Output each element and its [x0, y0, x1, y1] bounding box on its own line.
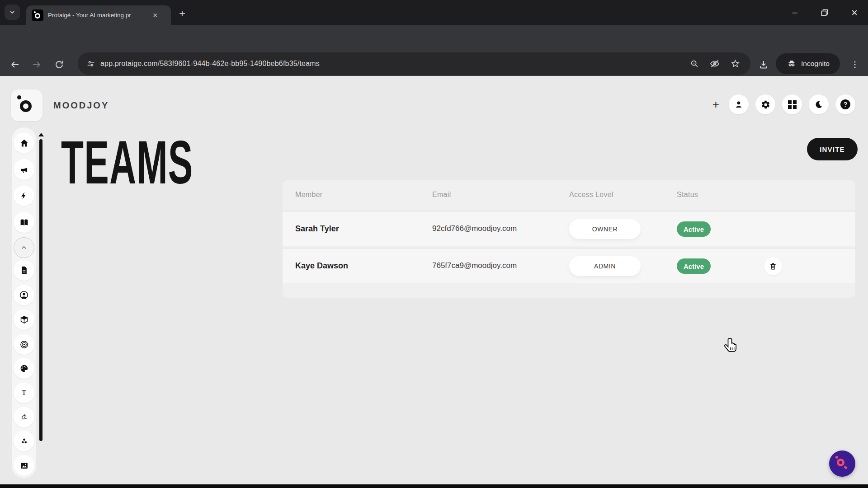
- header-actions: + ?: [712, 94, 855, 114]
- image-icon: [19, 461, 29, 470]
- team-table: Member Email Access Level Status Sarah T…: [283, 180, 855, 298]
- shapes-dots-icon: [19, 436, 29, 446]
- column-header-status: Status: [677, 191, 698, 199]
- invite-button[interactable]: INVITE: [807, 138, 858, 160]
- scribble-icon: [19, 412, 29, 422]
- member-email: 92cfd766@moodjoy.com: [432, 224, 517, 233]
- incognito-icon: [786, 58, 797, 69]
- sidebar-item-assets[interactable]: [14, 431, 34, 451]
- logo-ring-icon: [20, 100, 32, 112]
- sidebar-item-documents[interactable]: [14, 260, 34, 281]
- svg-text:T: T: [22, 389, 26, 396]
- back-button[interactable]: [8, 58, 22, 71]
- sidebar-item-library[interactable]: [14, 212, 34, 233]
- browser-menu-button[interactable]: [848, 58, 862, 71]
- sidebar-item-brand-colors[interactable]: [14, 358, 34, 379]
- protaige-favicon: [32, 9, 43, 21]
- tab-close-icon[interactable]: ×: [153, 11, 158, 19]
- access-level-select[interactable]: ADMIN: [569, 256, 641, 276]
- sidebar-item-signature[interactable]: [14, 407, 34, 427]
- logo-dot-icon: [17, 95, 21, 99]
- chat-logo-ring-icon: [837, 459, 844, 466]
- apps-button[interactable]: [782, 94, 802, 114]
- minimize-button[interactable]: –: [789, 7, 800, 18]
- preview-hidden-eye-icon[interactable]: [709, 58, 720, 69]
- dark-mode-button[interactable]: [809, 94, 829, 114]
- tab-title: Protaigé - Your AI marketing pr: [48, 12, 151, 19]
- access-level-select[interactable]: OWNER: [569, 219, 641, 239]
- bookmark-star-icon[interactable]: [730, 59, 741, 69]
- cube-icon: [19, 315, 29, 324]
- forward-button[interactable]: [30, 58, 43, 71]
- status-badge: Active: [677, 258, 711, 274]
- tab-strip: Protaigé - Your AI marketing pr × + – ×: [0, 0, 868, 25]
- member-name: Kaye Dawson: [295, 261, 348, 271]
- table-row: Kaye Dawson 765f7ca9@moodjoy.com ADMIN A…: [283, 248, 855, 283]
- back-arrow-icon: [9, 59, 20, 70]
- zoom-icon[interactable]: [689, 59, 699, 69]
- palette-icon: [19, 364, 29, 373]
- person-circle-icon: [19, 290, 29, 300]
- member-name: Sarah Tyler: [295, 224, 339, 234]
- window-bottom-edge: [0, 484, 868, 488]
- document-icon: [19, 266, 28, 275]
- chat-logo-tail-icon: [844, 465, 848, 469]
- download-button[interactable]: [757, 58, 770, 71]
- url-text[interactable]: app.protaige.com/583f9601-944b-462e-bb95…: [100, 60, 689, 68]
- kebab-menu-icon: [850, 60, 860, 70]
- app-logo[interactable]: [11, 89, 42, 121]
- table-row: Sarah Tyler 92cfd766@moodjoy.com OWNER A…: [283, 211, 855, 246]
- reload-icon: [54, 59, 65, 70]
- member-email: 765f7ca9@moodjoy.com: [432, 261, 517, 270]
- address-bar[interactable]: app.protaige.com/583f9601-944b-462e-bb95…: [78, 52, 750, 75]
- sidebar-item-campaigns[interactable]: [14, 159, 34, 180]
- moon-icon: [814, 100, 823, 109]
- book-icon: [19, 218, 29, 227]
- scroll-up-icon[interactable]: [38, 133, 44, 136]
- person-icon: [734, 99, 744, 109]
- browser-window: Protaigé - Your AI marketing pr × + – × …: [0, 0, 868, 488]
- assistant-chat-button[interactable]: [829, 450, 855, 477]
- site-settings-icon[interactable]: [86, 59, 96, 69]
- bolt-icon: [19, 191, 28, 200]
- incognito-label: Incognito: [801, 60, 830, 68]
- sidebar-scrollbar[interactable]: [39, 133, 42, 488]
- megaphone-icon: [19, 165, 29, 174]
- gear-icon: [761, 100, 770, 109]
- profile-button[interactable]: [729, 94, 749, 114]
- restore-icon: [821, 9, 828, 16]
- browser-toolbar: app.protaige.com/583f9601-944b-462e-bb95…: [0, 25, 868, 76]
- browser-tab[interactable]: Protaigé - Your AI marketing pr ×: [26, 5, 171, 25]
- scrollbar-thumb[interactable]: [39, 139, 42, 441]
- tab-search-button[interactable]: [5, 5, 20, 20]
- reload-button[interactable]: [52, 58, 66, 71]
- page-title: TEAMS: [61, 134, 193, 192]
- new-tab-button[interactable]: +: [179, 8, 185, 19]
- home-icon: [19, 138, 29, 148]
- add-button[interactable]: +: [712, 98, 719, 112]
- table-header: Member Email Access Level Status: [283, 180, 855, 211]
- chat-logo-dot-icon: [835, 456, 838, 459]
- column-header-email: Email: [432, 191, 451, 199]
- restore-button[interactable]: [819, 7, 830, 18]
- sidebar-item-quick-actions[interactable]: [14, 185, 34, 206]
- sidebar-item-home[interactable]: [14, 132, 34, 153]
- sidebar-item-images[interactable]: [14, 455, 34, 476]
- incognito-badge[interactable]: Incognito: [776, 53, 840, 74]
- mouse-cursor-hand: [722, 337, 740, 356]
- help-button[interactable]: ?: [835, 94, 855, 114]
- workspace-name: MOODJOY: [53, 100, 109, 111]
- sidebar-item-products[interactable]: [14, 309, 34, 330]
- window-controls: – ×: [789, 0, 860, 25]
- status-badge: Active: [677, 221, 711, 237]
- close-window-button[interactable]: ×: [849, 7, 860, 18]
- help-icon: ?: [840, 99, 850, 109]
- sidebar-collapse-button[interactable]: [14, 237, 34, 258]
- sidebar-item-personas[interactable]: [14, 285, 34, 305]
- sidebar-item-brand-rings[interactable]: [14, 334, 34, 355]
- sidebar-item-typography[interactable]: T: [14, 382, 34, 403]
- delete-member-button[interactable]: [764, 257, 782, 275]
- settings-button[interactable]: [755, 94, 775, 114]
- download-icon: [758, 59, 769, 70]
- forward-arrow-icon: [31, 59, 42, 70]
